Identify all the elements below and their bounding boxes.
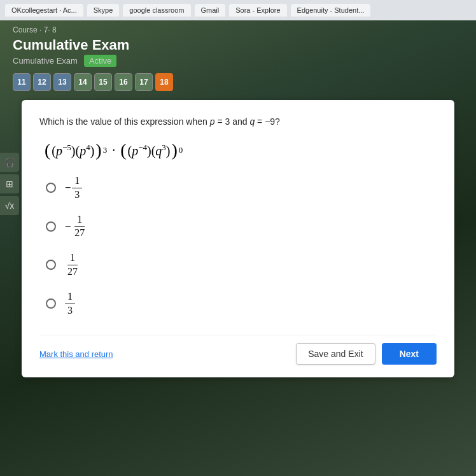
exam-subtitle-text: Cumulative Exam xyxy=(13,56,78,66)
q-btn-15[interactable]: 15 xyxy=(94,73,112,91)
question-nav: 11 12 13 14 15 16 17 18 xyxy=(13,73,463,91)
p-neg5: (p−5)(p4) xyxy=(52,143,94,158)
browser-bar: OKcollegestart · Ac... Skype google clas… xyxy=(0,0,476,20)
exam-title: Cumulative Exam xyxy=(13,37,463,53)
numerator-d: 1 xyxy=(65,290,75,304)
p-neg4-q3: (p−4)(q3) xyxy=(128,143,171,158)
radio-c[interactable] xyxy=(46,260,56,270)
radio-b[interactable] xyxy=(46,221,56,232)
label-a: − 1 3 xyxy=(65,174,82,202)
tab-3[interactable]: google classroom xyxy=(123,4,190,17)
q-btn-12[interactable]: 12 xyxy=(33,73,51,91)
mark-return-link[interactable]: Mark this and return xyxy=(39,349,113,359)
denominator-d: 3 xyxy=(65,304,75,318)
q-btn-13[interactable]: 13 xyxy=(53,73,71,91)
q-btn-18[interactable]: 18 xyxy=(155,73,173,91)
sidebar-tools: 🎧 ⊞ √x xyxy=(0,153,19,215)
fraction-b: 1 27 xyxy=(72,213,87,241)
answer-d[interactable]: 1 3 xyxy=(46,290,437,318)
answer-options: − 1 3 − 1 27 xyxy=(39,174,437,317)
q-btn-14[interactable]: 14 xyxy=(74,73,92,91)
fraction-a: 1 3 xyxy=(72,174,82,202)
headphones-icon[interactable]: 🎧 xyxy=(0,153,19,172)
neg-sign-a: − xyxy=(65,182,71,193)
inner-group-1: (p−5)(p4) xyxy=(52,143,94,158)
paren-close-2: ) xyxy=(172,140,178,160)
numerator-a: 1 xyxy=(72,174,82,188)
radio-d[interactable] xyxy=(46,298,56,309)
q-btn-16[interactable]: 16 xyxy=(115,73,132,91)
save-exit-button[interactable]: Save and Exit xyxy=(296,343,375,365)
fraction-c: 1 27 xyxy=(65,251,80,279)
next-button[interactable]: Next xyxy=(382,343,437,365)
fraction-d: 1 3 xyxy=(65,290,75,318)
label-c: 1 27 xyxy=(65,251,80,279)
denominator-c: 27 xyxy=(65,265,80,279)
card-footer: Mark this and return Save and Exit Next xyxy=(39,335,437,365)
exp-3: 3 xyxy=(103,145,108,155)
tab-6[interactable]: Edgenuity - Student... xyxy=(291,4,371,17)
footer-buttons: Save and Exit Next xyxy=(296,343,437,365)
answer-c[interactable]: 1 27 xyxy=(46,251,437,279)
math-expression: ( (p−5)(p4) ) 3 · ( (p−4)(q3) ) 0 xyxy=(39,140,437,160)
exp-0: 0 xyxy=(179,145,183,155)
active-badge: Active xyxy=(84,55,116,67)
paren-open-2: ( xyxy=(120,140,126,160)
tab-5[interactable]: Sora - Explore xyxy=(229,4,286,17)
q-btn-17[interactable]: 17 xyxy=(135,73,153,91)
inner-group-2: (p−4)(q3) xyxy=(128,143,171,158)
exam-subtitle: Cumulative Exam Active xyxy=(13,55,463,67)
tab-4[interactable]: Gmail xyxy=(195,4,226,17)
denominator-b: 27 xyxy=(72,227,87,240)
denominator-a: 3 xyxy=(72,188,82,202)
q-btn-11[interactable]: 11 xyxy=(13,73,31,91)
radio-a[interactable] xyxy=(46,183,56,193)
paren-open-1: ( xyxy=(45,140,50,160)
course-label: Course · 7· 8 xyxy=(13,25,463,34)
answer-b[interactable]: − 1 27 xyxy=(46,213,437,241)
dot-operator: · xyxy=(112,143,115,158)
label-d: 1 3 xyxy=(65,290,75,318)
tab-1[interactable]: OKcollegestart · Ac... xyxy=(5,4,83,17)
question-card: Which is the value of this expression wh… xyxy=(22,100,454,377)
main-wrapper: Course · 7· 8 Cumulative Exam Cumulative… xyxy=(0,20,476,382)
calculator-icon[interactable]: ⊞ xyxy=(0,174,19,193)
numerator-b: 1 xyxy=(74,213,85,227)
answer-a[interactable]: − 1 3 xyxy=(46,174,437,202)
paren-close-1: ) xyxy=(95,140,101,160)
sqrt-icon[interactable]: √x xyxy=(0,196,19,215)
numerator-c: 1 xyxy=(67,251,78,265)
tab-2[interactable]: Skype xyxy=(87,4,120,17)
label-b: − 1 27 xyxy=(65,213,87,241)
neg-sign-b: − xyxy=(65,221,71,232)
question-text: Which is the value of this expression wh… xyxy=(39,115,437,129)
